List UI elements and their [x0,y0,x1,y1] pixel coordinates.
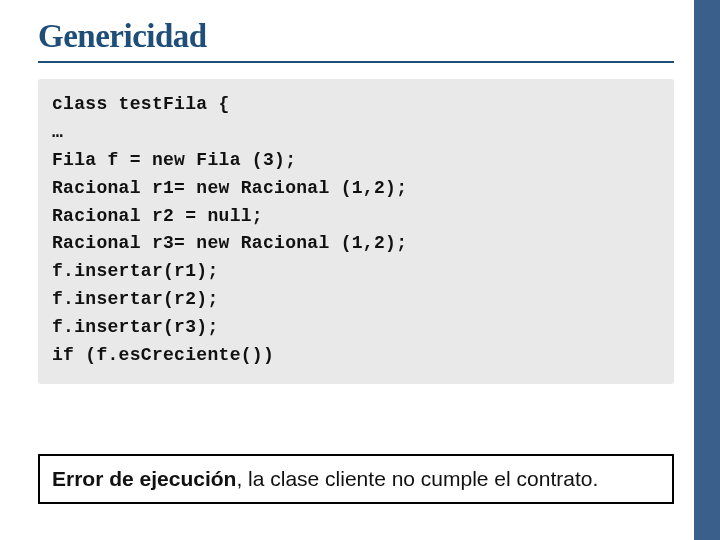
error-rest: , la clase cliente no cumple el contrato… [236,467,598,490]
code-line: Racional r3= new Racional (1,2); [52,230,660,258]
code-line: class testFila { [52,91,660,119]
code-line: f.insertar(r3); [52,314,660,342]
code-line: Fila f = new Fila (3); [52,147,660,175]
code-line: f.insertar(r2); [52,286,660,314]
code-line: … [52,119,660,147]
slide: Genericidad class testFila { … Fila f = … [0,0,720,540]
page-title: Genericidad [38,18,674,55]
code-line: Racional r2 = null; [52,203,660,231]
code-block: class testFila { … Fila f = new Fila (3)… [38,79,674,384]
code-line: Racional r1= new Racional (1,2); [52,175,660,203]
side-stripe [694,0,720,540]
code-line: f.insertar(r1); [52,258,660,286]
code-line: if (f.esCreciente()) [52,342,660,370]
error-bold: Error de ejecución [52,467,236,490]
title-rule [38,61,674,63]
error-box: Error de ejecución, la clase cliente no … [38,454,674,504]
